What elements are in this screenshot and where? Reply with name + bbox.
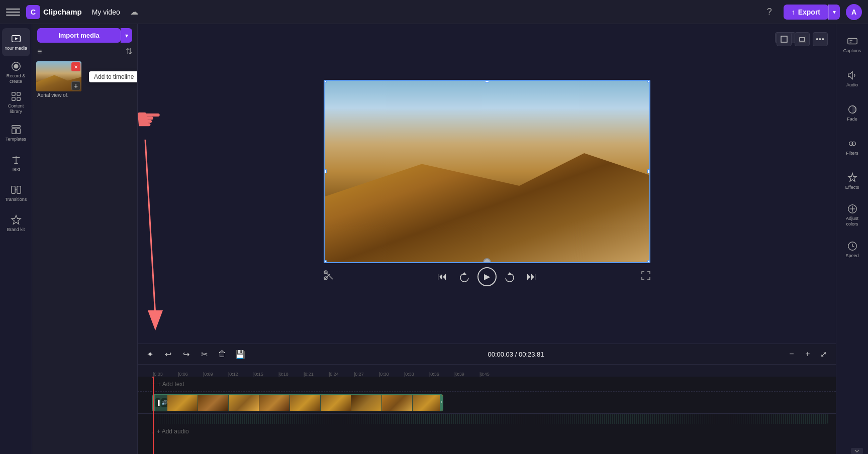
fit-mode-button[interactable]	[795, 32, 810, 46]
sidebar-item-content-library[interactable]: Contentlibrary	[2, 88, 30, 117]
sidebar-item-record-create[interactable]: Record &create	[2, 58, 30, 86]
clip-thumb-7	[351, 395, 381, 411]
add-text-row[interactable]: + + Add text	[138, 377, 836, 392]
import-dropdown-button[interactable]: ▾	[121, 28, 132, 43]
sidebar-item-brand-kit[interactable]: Brand kit	[2, 209, 30, 237]
sidebar-item-adjust-colors[interactable]: Adjustcolors	[838, 199, 866, 231]
delete-button[interactable]: 🗑	[215, 347, 229, 361]
zoom-in-button[interactable]: +	[801, 347, 815, 361]
ruler-mark: |0:30	[378, 372, 403, 377]
menu-icon[interactable]	[6, 5, 20, 19]
ruler-mark: |0:18	[277, 372, 303, 377]
cut-button[interactable]: ✂	[197, 347, 211, 361]
video-clip[interactable]: ⋮ ▐ 🔊	[152, 394, 443, 411]
audio-label: Audio	[846, 82, 858, 87]
clip-thumb-8	[382, 395, 412, 411]
main-content: Your media Record &create Contentlibrary	[0, 24, 868, 454]
project-name[interactable]: My video	[88, 6, 124, 18]
timeline-time: 00:00.03 / 00:23.81	[488, 351, 544, 358]
bottom-drag-handle[interactable]	[483, 258, 491, 263]
sidebar-label-brand-kit: Brand kit	[7, 227, 25, 232]
timeline-crop-button[interactable]	[324, 270, 334, 283]
redo-button[interactable]: ↪	[179, 347, 193, 361]
ruler-mark: |0:24	[328, 372, 353, 377]
transitions-icon	[11, 184, 22, 195]
sidebar-item-fade[interactable]: Fade	[838, 96, 866, 129]
sidebar-label-your-media: Your media	[5, 46, 27, 51]
plus-icon: +	[152, 381, 155, 388]
more-options-button[interactable]: •••	[813, 32, 828, 46]
svg-marker-28	[462, 272, 466, 275]
export-group: ↑ Export ▾	[784, 5, 840, 20]
clip-handle-right[interactable]: ⋮	[440, 395, 443, 411]
zoom-out-button[interactable]: −	[785, 347, 799, 361]
fit-to-window-button[interactable]: ⤢	[817, 347, 831, 361]
sidebar-item-effects[interactable]: Effects	[838, 165, 866, 197]
speed-icon	[847, 241, 858, 252]
add-audio-row[interactable]: ♪ + Add audio	[138, 424, 836, 439]
sort-button[interactable]: ⇅	[126, 47, 132, 56]
logo-icon: C	[26, 5, 40, 19]
crop-icon	[781, 36, 788, 43]
export-button[interactable]: ↑ Export	[784, 5, 828, 20]
templates-icon	[11, 124, 22, 135]
svg-rect-15	[17, 186, 20, 193]
add-media-icon[interactable]: +	[71, 81, 80, 90]
sidebar-label-templates: Templates	[6, 137, 26, 142]
clip-thumb-6	[321, 395, 351, 411]
svg-point-35	[852, 142, 855, 145]
preview-area: 16:9 •••	[138, 24, 836, 344]
export-label: Export	[798, 8, 820, 16]
fullscreen-button[interactable]	[641, 271, 650, 282]
svg-marker-1	[15, 37, 18, 40]
desert-scene	[325, 81, 649, 262]
volume-button[interactable]: 🔊	[161, 398, 167, 407]
tracks-container: + + Add text ⋮ ▐ 🔊	[138, 377, 836, 454]
ruler-mark: |0:33	[403, 372, 428, 377]
rewind-button[interactable]	[455, 268, 473, 286]
ruler-mark: |0:39	[453, 372, 478, 377]
text-icon	[11, 154, 22, 165]
help-button[interactable]: ?	[761, 4, 778, 20]
sidebar-item-captions[interactable]: Captions	[838, 28, 866, 60]
play-button[interactable]: ▶	[477, 267, 497, 286]
sidebar-item-your-media[interactable]: Your media	[2, 28, 30, 56]
filter-button[interactable]: ≡	[37, 47, 42, 56]
speed-label: Speed	[845, 253, 858, 258]
sidebar-item-templates[interactable]: Templates	[2, 119, 30, 147]
skip-to-start-button[interactable]: ⏮	[433, 268, 451, 286]
avatar-button[interactable]: A	[846, 4, 862, 20]
current-time: 00:00.03	[488, 351, 513, 358]
skip-to-end-button[interactable]: ⏭	[523, 268, 541, 286]
delete-media-icon[interactable]: ✕	[71, 62, 80, 71]
import-media-button[interactable]: Import media	[37, 28, 121, 43]
undo-button[interactable]: ↩	[161, 347, 175, 361]
adjust-colors-icon	[847, 203, 858, 214]
clip-handle-left[interactable]: ⋮	[152, 395, 155, 411]
sidebar-item-text[interactable]: Text	[2, 149, 30, 177]
sidebar-item-speed[interactable]: Speed	[838, 233, 866, 265]
ruler-mark: |0:27	[353, 372, 378, 377]
sidebar-item-audio[interactable]: Audio	[838, 62, 866, 94]
forward-button[interactable]	[501, 268, 519, 286]
sidebar-item-filters[interactable]: Filters	[838, 131, 866, 163]
timeline-wrapper: |0:03 |0:06 |0:09 |0:12 |0:15 |0:18 |0:2…	[138, 365, 836, 454]
export-dropdown-button[interactable]: ▾	[828, 5, 840, 20]
music-note-icon: ♪	[152, 428, 155, 435]
crop-mode-button[interactable]	[777, 32, 792, 46]
svg-marker-29	[508, 272, 512, 275]
svg-point-2	[14, 64, 18, 68]
effects-icon	[847, 172, 858, 183]
svg-rect-21	[781, 36, 787, 42]
save-as-button[interactable]: 💾	[233, 347, 247, 361]
add-audio-label: + Add audio	[157, 428, 189, 435]
media-thumbnail-aerial[interactable]: ✕ +	[36, 61, 81, 91]
effects-label: Effects	[845, 185, 859, 190]
timeline-area: ✦ ↩ ↪ ✂ 🗑 💾 00:00.03 / 00:23.81 − + ⤢	[138, 344, 836, 454]
svg-rect-5	[17, 92, 20, 95]
svg-rect-4	[12, 92, 15, 95]
zoom-controls: − + ⤢	[785, 347, 831, 361]
mute-button[interactable]: ▐	[155, 398, 160, 407]
magic-tool-button[interactable]: ✦	[143, 347, 157, 361]
sidebar-item-transitions[interactable]: Transitions	[2, 179, 30, 207]
